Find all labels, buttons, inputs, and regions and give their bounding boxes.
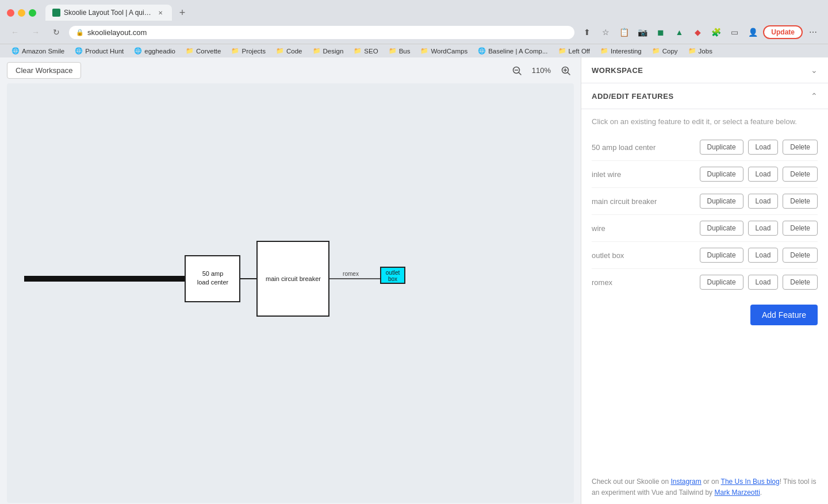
forward-button[interactable]: → [28, 24, 44, 40]
bookmark-eggheadio[interactable]: 🌐 eggheadio [129, 46, 180, 56]
back-button[interactable]: ← [7, 24, 23, 40]
bookmark-product-hunt[interactable]: 🌐 Product Hunt [70, 46, 128, 56]
share-icon[interactable]: ⬆ [579, 24, 595, 40]
bookmark-globe-icon-3: 🌐 [134, 47, 142, 55]
load-button-5[interactable]: Load [748, 275, 779, 290]
delete-button-3[interactable]: Delete [783, 221, 818, 236]
duplicate-button-1[interactable]: Duplicate [700, 167, 743, 182]
more-icon[interactable]: ⋯ [805, 24, 821, 40]
add-edit-header: ADD/EDIT FEATURES ⌃ [581, 83, 828, 109]
feature-row-1: inlet wire Duplicate Load Delete [592, 161, 818, 188]
duplicate-button-3[interactable]: Duplicate [700, 221, 743, 236]
feature-name-2: main circuit breaker [592, 197, 695, 206]
footer-section: Check out our Skoolie on Instagram or on… [581, 465, 828, 504]
delete-button-2[interactable]: Delete [783, 194, 818, 209]
bookmark-globe-icon: 🌐 [12, 47, 20, 55]
delete-button-0[interactable]: Delete [783, 140, 818, 155]
load-button-0[interactable]: Load [748, 140, 779, 155]
folder-icon-4: 📁 [313, 47, 321, 55]
add-edit-title: ADD/EDIT FEATURES [592, 92, 674, 101]
update-button[interactable]: Update [763, 25, 803, 39]
duplicate-button-4[interactable]: Duplicate [700, 248, 743, 263]
bookmark-code[interactable]: 📁 Code [271, 46, 307, 56]
address-field[interactable]: 🔒 skoolielayout.com [69, 26, 574, 39]
new-tab-button[interactable]: + [174, 5, 190, 21]
right-panel: WORKSPACE ⌄ ADD/EDIT FEATURES ⌃ Click on… [581, 57, 828, 504]
load-button-1[interactable]: Load [748, 167, 779, 182]
tab-close-button[interactable]: ✕ [156, 8, 165, 17]
bookmark-design[interactable]: 📁 Design [308, 46, 348, 56]
ext3-icon[interactable]: ◆ [689, 24, 706, 40]
bookmark-projects[interactable]: 📁 Projects [227, 46, 270, 56]
bookmark-baseline[interactable]: 🌐 Baseline | A Comp... [473, 46, 552, 56]
canvas-area: Clear Workspace 110% [0, 57, 581, 504]
feature-name-5: romex [592, 278, 695, 287]
canvas-diagram[interactable]: 50 amp load center main circuit breaker … [7, 83, 574, 503]
zoom-in-button[interactable] [558, 63, 574, 79]
bookmark-wordcamps[interactable]: 📁 WordCamps [416, 46, 472, 56]
bookmark-bus[interactable]: 📁 Bus [384, 46, 415, 56]
author-link[interactable]: Mark Marzeotti [714, 488, 760, 497]
profile-icon[interactable]: 👤 [745, 24, 761, 40]
folder-icon-10: 📁 [652, 47, 660, 55]
reading-list-icon[interactable]: 📋 [616, 24, 632, 40]
lock-icon: 🔒 [76, 29, 84, 36]
ext1-icon[interactable]: ◼ [653, 24, 669, 40]
reload-button[interactable]: ↻ [48, 24, 64, 40]
delete-button-4[interactable]: Delete [783, 248, 818, 263]
tab-favicon [52, 9, 60, 17]
blog-link[interactable]: The Us In Bus blog [721, 478, 780, 486]
add-edit-chevron-icon[interactable]: ⌃ [811, 91, 818, 101]
bookmark-label-5: Projects [241, 48, 266, 55]
feature-name-1: inlet wire [592, 170, 695, 179]
folder-icon-1: 📁 [186, 47, 194, 55]
svg-text:main circuit breaker: main circuit breaker [266, 275, 321, 282]
canvas-viewport[interactable]: 50 amp load center main circuit breaker … [7, 83, 574, 503]
add-feature-button[interactable]: Add Feature [750, 305, 818, 325]
bookmark-seo[interactable]: 📁 SEO [349, 46, 382, 56]
sidebar-icon[interactable]: ▭ [726, 24, 742, 40]
canvas-toolbar: Clear Workspace 110% [0, 57, 581, 83]
delete-button-1[interactable]: Delete [783, 167, 818, 182]
bookmark-label-14: Copy [662, 48, 678, 55]
workspace-header: WORKSPACE ⌄ [581, 57, 828, 83]
load-button-3[interactable]: Load [748, 221, 779, 236]
bookmark-interesting[interactable]: 📁 Interesting [596, 46, 646, 56]
folder-icon-9: 📁 [600, 47, 608, 55]
workspace-chevron-icon[interactable]: ⌄ [811, 66, 818, 75]
close-button[interactable] [7, 9, 14, 17]
active-tab[interactable]: Skoolie Layout Tool | A quick la... ✕ [45, 5, 172, 21]
duplicate-button-0[interactable]: Duplicate [700, 140, 743, 155]
bookmark-amazon-smile[interactable]: 🌐 Amazon Smile [7, 46, 69, 56]
load-button-2[interactable]: Load [748, 194, 779, 209]
folder-icon-3: 📁 [276, 47, 284, 55]
bookmark-label-2: Product Hunt [85, 48, 124, 55]
zoom-level-text: 110% [527, 66, 555, 75]
bookmark-jobs[interactable]: 📁 Jobs [684, 46, 717, 56]
ext2-icon[interactable]: ▲ [671, 24, 687, 40]
load-button-4[interactable]: Load [748, 248, 779, 263]
bookmark-label-8: SEO [364, 48, 378, 55]
camera-icon[interactable]: 📷 [634, 24, 650, 40]
feature-row-3: wire Duplicate Load Delete [592, 215, 818, 242]
maximize-button[interactable] [29, 9, 36, 17]
ext4-icon[interactable]: 🧩 [708, 24, 724, 40]
bookmark-globe-icon-4: 🌐 [478, 47, 486, 55]
zoom-out-button[interactable] [509, 63, 525, 79]
minimize-button[interactable] [18, 9, 25, 17]
duplicate-button-5[interactable]: Duplicate [700, 275, 743, 290]
bookmark-star-icon[interactable]: ☆ [597, 24, 614, 40]
clear-workspace-button[interactable]: Clear Workspace [7, 62, 81, 79]
bookmark-corvette[interactable]: 📁 Corvette [181, 46, 225, 56]
instagram-link[interactable]: Instagram [670, 478, 701, 486]
traffic-lights [7, 9, 36, 17]
bookmark-globe-icon-2: 🌐 [75, 47, 83, 55]
tab-title: Skoolie Layout Tool | A quick la... [64, 9, 152, 17]
svg-text:box: box [388, 276, 397, 282]
feature-name-4: outlet box [592, 251, 695, 260]
add-edit-section: ADD/EDIT FEATURES ⌃ [581, 83, 828, 109]
bookmark-copy[interactable]: 📁 Copy [647, 46, 683, 56]
bookmark-left-off[interactable]: 📁 Left Off [554, 46, 595, 56]
duplicate-button-2[interactable]: Duplicate [700, 194, 743, 209]
delete-button-5[interactable]: Delete [783, 275, 818, 290]
